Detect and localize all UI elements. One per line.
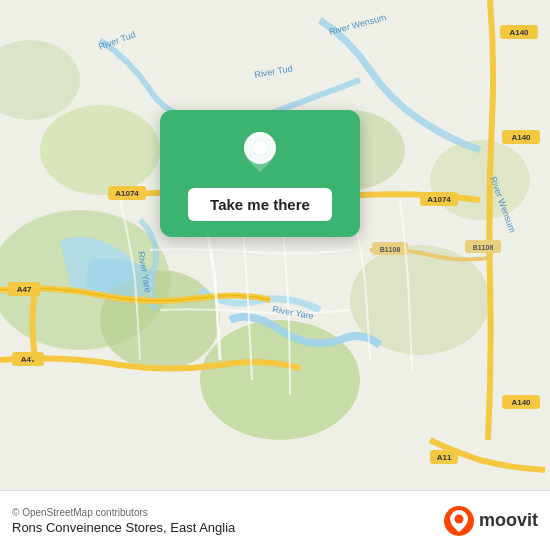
svg-text:B1108: B1108 — [380, 246, 401, 253]
svg-point-39 — [454, 514, 463, 523]
location-name: Rons Conveinence Stores, East Anglia — [12, 520, 235, 535]
svg-text:A140: A140 — [511, 133, 531, 142]
moovit-brand-icon — [443, 505, 475, 537]
svg-text:A47: A47 — [17, 285, 32, 294]
moovit-brand-text: moovit — [479, 510, 538, 531]
svg-point-6 — [430, 140, 530, 220]
map-container: A47 A47 A1074 A1074 A140 A140 A140 B1108… — [0, 0, 550, 490]
location-pin-icon — [236, 128, 284, 176]
svg-point-37 — [254, 142, 266, 154]
svg-text:A140: A140 — [509, 28, 529, 37]
copyright-text: © OpenStreetMap contributors — [12, 507, 235, 518]
moovit-logo: moovit — [443, 505, 538, 537]
svg-text:A1074: A1074 — [427, 195, 451, 204]
svg-text:A140: A140 — [511, 398, 531, 407]
svg-text:A1074: A1074 — [115, 189, 139, 198]
location-card[interactable]: Take me there — [160, 110, 360, 237]
take-me-there-button[interactable]: Take me there — [188, 188, 332, 221]
svg-text:A11: A11 — [437, 453, 452, 462]
bottom-left: © OpenStreetMap contributors Rons Convei… — [12, 507, 235, 535]
svg-point-7 — [40, 105, 160, 195]
map-svg: A47 A47 A1074 A1074 A140 A140 A140 B1108… — [0, 0, 550, 490]
bottom-bar: © OpenStreetMap contributors Rons Convei… — [0, 490, 550, 550]
svg-text:B1108: B1108 — [473, 244, 494, 251]
